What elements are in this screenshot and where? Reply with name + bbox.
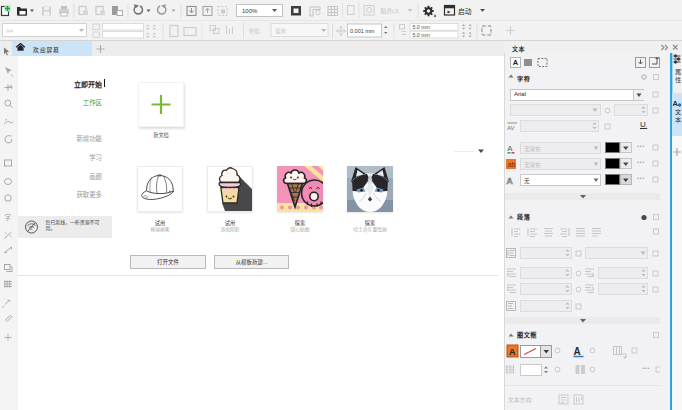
svg-text:100%: 100% — [242, 8, 258, 14]
svg-text:启动: 启动 — [458, 7, 472, 16]
svg-text:毫米: 毫米 — [275, 27, 287, 35]
svg-text:0.001 mm: 0.001 mm — [350, 28, 375, 34]
svg-text:贴齐(J): 贴齐(J) — [381, 7, 399, 15]
svg-text:A: A — [509, 347, 516, 357]
svg-text:A: A — [507, 144, 513, 153]
svg-text:A4: A4 — [6, 28, 13, 34]
svg-text:单位:: 单位: — [249, 27, 262, 35]
svg-text:A: A — [507, 175, 513, 185]
svg-text:字: 字 — [5, 213, 12, 221]
svg-text:5.0 mm: 5.0 mm — [413, 32, 430, 38]
svg-text:A: A — [574, 346, 581, 357]
svg-text:ab: ab — [508, 161, 516, 168]
svg-text:AV: AV — [507, 125, 515, 131]
svg-text:A: A — [673, 99, 679, 108]
svg-text:5.0 mm: 5.0 mm — [413, 24, 430, 30]
